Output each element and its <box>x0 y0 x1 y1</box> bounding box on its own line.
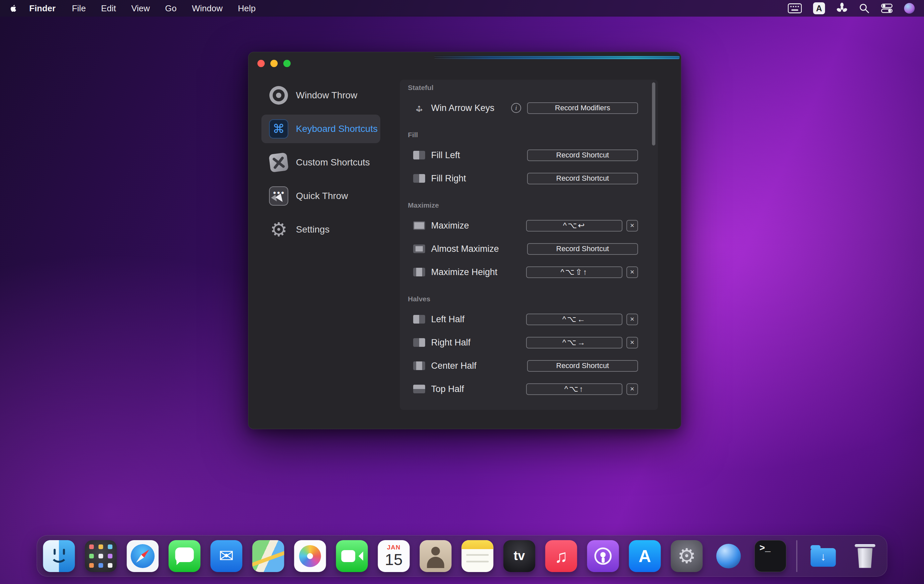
clear-shortcut-button[interactable]: × <box>626 220 638 231</box>
zoom-button[interactable] <box>283 60 290 67</box>
shortcut-row-almost-maximize: Almost Maximize Record Shortcut <box>400 237 658 261</box>
sidebar-item-custom-shortcuts[interactable]: Custom Shortcuts <box>261 148 380 177</box>
menu-bar: Finder File Edit View Go Window Help A <box>0 0 924 16</box>
shortcut-row-center-half: Center Half Record Shortcut <box>400 354 658 377</box>
clear-shortcut-button[interactable]: × <box>626 383 638 395</box>
section-maximize: Maximize Maximize ^⌥↩ × Almost Maximize … <box>400 190 658 284</box>
download-arrow-icon: ↓ <box>820 550 826 563</box>
person-silhouette-icon <box>431 547 440 556</box>
section-title: Halves <box>400 284 658 308</box>
record-shortcut-button[interactable]: Record Shortcut <box>527 150 638 161</box>
section-title: Fill <box>400 120 658 144</box>
info-icon[interactable]: i <box>511 103 521 113</box>
dock-app-store[interactable]: A <box>629 540 661 572</box>
window-titlebar[interactable] <box>248 52 681 74</box>
menu-view[interactable]: View <box>124 3 157 13</box>
clear-shortcut-button[interactable]: × <box>626 313 638 325</box>
minimize-button[interactable] <box>271 60 278 67</box>
app-window: Window Throw Keyboard Shortcuts Custom S… <box>248 52 681 429</box>
dock-photos[interactable] <box>294 540 326 572</box>
row-label: Maximize Height <box>431 267 498 277</box>
menu-help[interactable]: Help <box>230 3 263 13</box>
keyboard-icon[interactable] <box>788 3 802 13</box>
music-note-icon: ♫ <box>545 540 577 572</box>
clear-shortcut-button[interactable]: × <box>626 266 638 278</box>
dock-system-preferences[interactable]: ⚙ <box>671 540 703 572</box>
left-half-icon <box>413 315 425 323</box>
control-center-icon[interactable] <box>881 2 893 14</box>
maximize-icon <box>413 221 425 230</box>
tools-key-icon <box>268 152 289 173</box>
shortcut-row-maximize-height: Maximize Height ^⌥⇧↑ × <box>400 261 658 284</box>
menu-edit[interactable]: Edit <box>93 3 124 13</box>
dock-podcasts[interactable] <box>587 540 619 572</box>
menu-file[interactable]: File <box>64 3 93 13</box>
clear-shortcut-button[interactable]: × <box>626 337 638 348</box>
calendar-day: 15 <box>378 551 410 569</box>
move-icon: ↔↕ <box>413 102 425 114</box>
dock-notes[interactable] <box>462 540 493 572</box>
shortcut-row-left-half: Left Half ^⌥← × <box>400 308 658 331</box>
row-label: Win Arrow Keys <box>431 103 495 113</box>
dock-launchpad[interactable] <box>85 540 117 572</box>
desktop[interactable]: Finder File Edit View Go Window Help A <box>0 0 924 584</box>
shortcut-row-right-half: Right Half ^⌥→ × <box>400 331 658 354</box>
center-half-icon <box>413 361 425 370</box>
window-throw-icon <box>268 85 289 106</box>
record-modifiers-button[interactable]: Record Modifiers <box>527 102 638 114</box>
fan-icon[interactable] <box>836 3 848 14</box>
menu-window[interactable]: Window <box>184 3 230 13</box>
shortcut-field[interactable]: ^⌥↑ <box>526 383 622 395</box>
cursor-key-icon: ••• <box>268 185 289 207</box>
row-label: Maximize <box>431 221 469 231</box>
sidebar: Window Throw Keyboard Shortcuts Custom S… <box>261 81 380 429</box>
spotlight-search-icon[interactable] <box>859 3 870 13</box>
record-shortcut-button[interactable]: Record Shortcut <box>527 173 638 184</box>
siri-icon[interactable] <box>904 3 915 13</box>
shortcut-field[interactable]: ^⌥↩ <box>526 220 622 231</box>
dock-calendar[interactable]: JAN 15 <box>378 540 410 572</box>
sidebar-item-window-throw[interactable]: Window Throw <box>261 81 380 110</box>
envelope-icon: ✉ <box>211 540 243 572</box>
shortcut-field[interactable]: ^⌥← <box>526 313 622 325</box>
record-shortcut-button[interactable]: Record Shortcut <box>527 360 638 372</box>
close-button[interactable] <box>257 60 265 67</box>
top-half-icon <box>413 385 425 393</box>
sidebar-item-settings[interactable]: Settings <box>261 215 380 244</box>
dock-safari[interactable] <box>127 540 159 572</box>
sidebar-item-label: Keyboard Shortcuts <box>296 124 378 134</box>
sidebar-item-quick-throw[interactable]: ••• Quick Throw <box>261 182 380 210</box>
gear-icon: ⚙ <box>671 540 703 572</box>
record-shortcut-button[interactable]: Record Shortcut <box>527 243 638 255</box>
dock-trash[interactable] <box>849 540 881 572</box>
sidebar-item-keyboard-shortcuts[interactable]: Keyboard Shortcuts <box>261 115 380 143</box>
input-source-icon[interactable]: A <box>813 2 825 14</box>
dock-terminal[interactable]: >_ <box>755 540 787 572</box>
dock-window-throw-app[interactable] <box>713 540 745 572</box>
dock-maps[interactable] <box>252 540 284 572</box>
active-app-name[interactable]: Finder <box>29 3 56 13</box>
trash-icon <box>855 544 876 547</box>
scrollbar-thumb[interactable] <box>652 82 655 145</box>
dock-facetime[interactable] <box>336 540 368 572</box>
shortcut-field[interactable]: ^⌥⇧↑ <box>526 266 622 278</box>
dock-finder[interactable] <box>43 540 75 572</box>
apple-menu-icon[interactable] <box>9 3 19 13</box>
video-camera-icon <box>342 550 355 562</box>
almost-maximize-icon <box>413 244 425 253</box>
dock-apple-tv[interactable]: tv <box>503 540 535 572</box>
row-label: Left Half <box>431 314 465 325</box>
shortcut-field[interactable]: ^⌥→ <box>526 337 622 348</box>
speech-bubble-icon <box>175 548 194 562</box>
dock-contacts[interactable] <box>420 540 452 572</box>
dock-messages[interactable] <box>169 540 201 572</box>
blue-orb-icon <box>716 544 741 568</box>
menu-go[interactable]: Go <box>157 3 184 13</box>
dock-downloads[interactable]: ↓ <box>807 540 839 572</box>
command-key-icon <box>268 118 289 140</box>
dock: ✉ JAN 15 tv ♫ <box>37 535 888 577</box>
dock-music[interactable]: ♫ <box>545 540 577 572</box>
section-fill: Fill Fill Left Record Shortcut Fill Righ… <box>400 120 658 190</box>
row-label: Almost Maximize <box>431 244 499 254</box>
dock-mail[interactable]: ✉ <box>211 540 243 572</box>
